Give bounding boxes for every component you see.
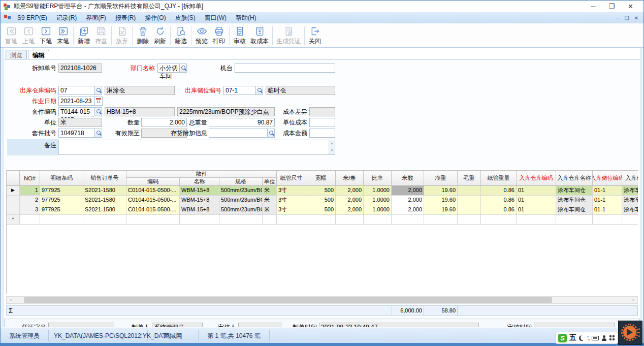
grid-cell[interactable]: 500mm/23um/BOPP... — [219, 205, 263, 215]
punctuation-icon[interactable]: ’, — [587, 335, 589, 341]
toolbar-button-refresh[interactable]: 刷新 — [151, 24, 169, 47]
grid-cell[interactable]: 1.0000 — [364, 196, 392, 205]
grid-cell[interactable]: 500mm/23um/BOPP... — [219, 186, 263, 196]
grid-cell[interactable]: C0104-015-0500-... — [126, 205, 180, 215]
tab-edit[interactable]: 编辑 — [28, 50, 49, 59]
menu-item[interactable]: S9 ERP(E) — [13, 13, 52, 23]
menu-item[interactable]: 界面(F) — [81, 13, 110, 23]
grid-cell[interactable]: 500 — [306, 186, 336, 196]
grid-cell[interactable]: 01-1 — [593, 186, 622, 196]
grid-cell[interactable]: 2,000 — [336, 186, 364, 196]
menu-item[interactable]: 记录(R) — [52, 13, 82, 23]
grid-cell[interactable]: 米 — [263, 205, 277, 215]
grid-cell[interactable]: 涂布车间仓 — [622, 196, 638, 205]
grid-cell[interactable]: 2,000 — [392, 186, 424, 196]
menu-item[interactable]: 操作(O) — [140, 13, 170, 23]
out-wh-code-field[interactable]: 07 — [58, 86, 95, 95]
grid-cell[interactable]: WBM-15+8 — [180, 196, 219, 205]
tab-browse[interactable]: 浏览 — [6, 50, 27, 59]
sogou-logo-icon[interactable]: S — [558, 334, 567, 342]
grid-cell[interactable]: 涂布车间仓 — [556, 205, 593, 215]
toolbar-button-filter[interactable]: 筛选 — [172, 24, 189, 47]
grid-cell[interactable] — [458, 205, 481, 215]
grid-cell[interactable]: 500 — [306, 196, 336, 205]
grid-cell[interactable]: 01 — [517, 196, 556, 205]
row-selector-cell[interactable] — [7, 196, 20, 205]
grid-cell[interactable]: WBM-15+8 — [180, 205, 219, 215]
machine-input[interactable] — [235, 64, 335, 73]
grid-header-cell[interactable]: 入库仓库编码 — [517, 171, 556, 186]
mdi-close-button[interactable]: ✕ — [634, 15, 638, 21]
grid-cell[interactable] — [263, 215, 277, 225]
grid-header-cell[interactable]: 纸管尺寸 — [277, 171, 306, 186]
grid-cell[interactable] — [40, 215, 83, 225]
grid-header-cell[interactable]: NO# — [20, 171, 40, 186]
grid-new-row[interactable]: * — [7, 215, 638, 225]
grid-header-cell[interactable]: 比率 — [364, 171, 392, 186]
keyboard-icon[interactable] — [592, 336, 599, 340]
grid-cell[interactable]: 977925 — [40, 196, 83, 205]
grid-cell[interactable] — [481, 215, 517, 225]
grid-cell[interactable]: 米 — [263, 186, 277, 196]
grid-header-cell[interactable]: 宽幅 — [306, 171, 336, 186]
out-loc-code-field[interactable]: 07-1 — [223, 86, 256, 95]
qty-field[interactable]: 2,000 — [141, 118, 187, 127]
grid-cell[interactable]: 2,000 — [392, 196, 424, 205]
grid-cell[interactable]: 19.60 — [424, 196, 458, 205]
grid-cell[interactable] — [219, 215, 263, 225]
grid-cell[interactable] — [458, 196, 481, 205]
toolbar-button-nav-next[interactable]: 下笔 — [37, 24, 54, 47]
grid-cell[interactable]: 涂布车间仓 — [622, 205, 638, 215]
grid-header-cell[interactable]: 名称 — [180, 178, 219, 186]
toolbar-button-close-doc[interactable]: 关闭 — [306, 24, 324, 47]
toolbar-button-delete[interactable]: 删除 — [134, 24, 151, 47]
grid-cell[interactable]: 2 — [20, 196, 40, 205]
grid-cell[interactable]: 2,000 — [336, 205, 364, 215]
grid-cell[interactable]: 1.0000 — [364, 186, 392, 196]
grid-cell[interactable]: 500 — [306, 205, 336, 215]
grid-cell[interactable]: 2,000 — [392, 205, 424, 215]
restore-button[interactable]: ❐ — [608, 2, 615, 12]
kit-lookup-button[interactable] — [94, 107, 102, 116]
grid-cell[interactable]: 01-1 — [593, 205, 622, 215]
grid-header-cell[interactable]: 明细条码 — [40, 171, 83, 186]
person-icon[interactable] — [601, 335, 607, 341]
grid-cell[interactable]: 3寸 — [277, 196, 306, 205]
grid-cell[interactable] — [180, 215, 219, 225]
toolbar-button-nav-last[interactable]: 末笔 — [54, 24, 72, 47]
kit-batch-field[interactable]: 1049718 — [58, 129, 95, 138]
grid-cell[interactable]: 米 — [263, 196, 277, 205]
toolbar-button-add[interactable]: 新增 — [75, 24, 92, 47]
toolbar-button-audit[interactable]: 审核 — [231, 24, 248, 47]
dept-combo[interactable]: 小分切车间 — [157, 64, 180, 73]
grid-cell[interactable]: 01 — [517, 186, 556, 196]
grid-cell[interactable]: S2021-1580 — [83, 186, 126, 196]
scrollbar-thumb[interactable] — [24, 297, 552, 303]
toolbar-button-preview[interactable]: 预览 — [193, 24, 210, 47]
grid-cell[interactable]: C0104-015-0500-... — [126, 196, 180, 205]
grid-header-cell[interactable]: 净重 — [424, 171, 458, 186]
row-selector-cell[interactable] — [7, 205, 20, 215]
grid-cell[interactable]: 涂布车间仓 — [556, 186, 593, 196]
remark-textarea[interactable]: ▲▼ — [58, 140, 335, 155]
grid-header-cell[interactable]: 米数 — [392, 171, 424, 186]
grid-cell[interactable] — [622, 215, 638, 225]
menu-item[interactable]: 皮肤(S) — [171, 13, 200, 23]
grid-cell[interactable] — [336, 215, 364, 225]
grid-cell[interactable] — [83, 215, 126, 225]
grid-cell[interactable] — [458, 186, 481, 196]
new-row-marker[interactable]: * — [7, 215, 20, 225]
work-date-field[interactable]: 2021-08-23 — [58, 97, 95, 106]
cost-amount-field[interactable] — [309, 129, 335, 138]
ime-mode-wubi[interactable]: 五 — [569, 333, 576, 342]
grid-header-cell[interactable] — [7, 171, 20, 186]
grid-cell[interactable] — [364, 215, 392, 225]
grid-cell[interactable] — [306, 215, 336, 225]
grid-cell[interactable]: C0104-015-0500-... — [126, 186, 180, 196]
grid-cell[interactable]: WBM-15+8 — [180, 186, 219, 196]
menu-item[interactable]: 帮助(H) — [231, 13, 261, 23]
grid-cell[interactable]: 0.86 — [481, 196, 517, 205]
total-weight-field[interactable]: 90.87 — [209, 118, 275, 127]
kit-batch-lookup-button[interactable] — [94, 129, 102, 138]
grid-cell[interactable]: 977925 — [40, 205, 83, 215]
